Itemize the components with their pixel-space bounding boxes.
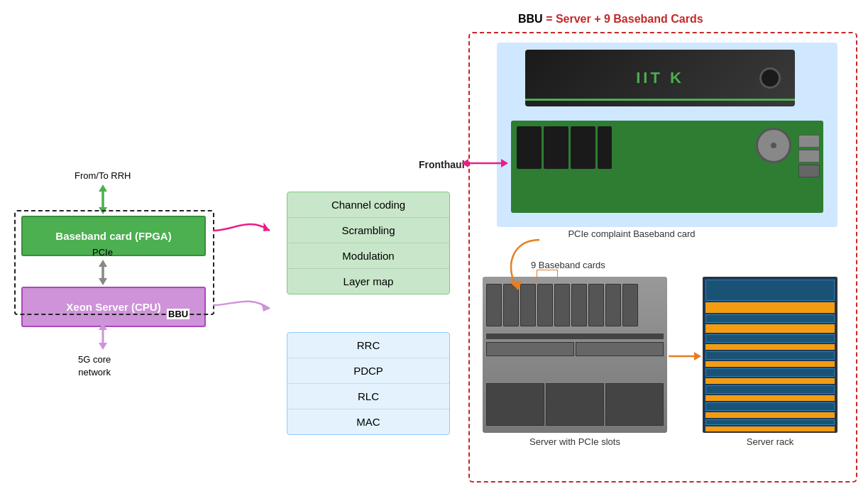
func-rrc: RRC bbox=[287, 333, 449, 358]
bbu-dashed-border bbox=[14, 210, 214, 315]
func-mac: MAC bbox=[287, 409, 449, 434]
svg-marker-22 bbox=[694, 352, 701, 360]
green-func-box: Channel coding Scrambling Modulation Lay… bbox=[287, 192, 450, 294]
server-caption: Server with PCIe slots bbox=[490, 436, 660, 447]
svg-marker-11 bbox=[99, 323, 107, 330]
fronthaul-arrow bbox=[460, 155, 510, 172]
svg-marker-9 bbox=[99, 343, 107, 350]
server-to-rack-arrow bbox=[667, 348, 703, 365]
svg-marker-16 bbox=[501, 159, 508, 167]
blue-func-box: RRC PDCP RLC MAC bbox=[287, 332, 450, 435]
core-arrow bbox=[92, 323, 114, 350]
server-rack-caption: Server rack bbox=[703, 436, 837, 447]
svg-marker-20 bbox=[510, 281, 522, 290]
svg-marker-12 bbox=[260, 222, 271, 233]
xeon-to-blue-arrow bbox=[206, 284, 291, 348]
bbu-prefix: BBU bbox=[518, 13, 543, 25]
func-rlc: RLC bbox=[287, 384, 449, 409]
server-rack-image bbox=[703, 277, 837, 433]
func-scrambling: Scrambling bbox=[287, 218, 449, 243]
bbu-title: BBU = Server + 9 Baseband Cards bbox=[518, 13, 703, 26]
func-pdcp: PDCP bbox=[287, 358, 449, 384]
bbu-eq: = Server + 9 Baseband Cards bbox=[546, 13, 703, 25]
baseband-to-green-arrow bbox=[206, 209, 291, 273]
baseband-card-image: IIT K bbox=[497, 43, 837, 227]
func-layer-map: Layer map bbox=[287, 269, 449, 294]
orange-curve-arrow bbox=[497, 233, 582, 304]
from-to-rrh-label: From/To RRH bbox=[75, 170, 131, 181]
bbu-inside-label: BBU bbox=[167, 309, 189, 319]
func-channel-coding: Channel coding bbox=[287, 192, 449, 218]
5g-core-label: 5G corenetwork bbox=[78, 353, 111, 379]
fronthaul-label: Fronthaul bbox=[419, 159, 465, 170]
func-modulation: Modulation bbox=[287, 243, 449, 269]
